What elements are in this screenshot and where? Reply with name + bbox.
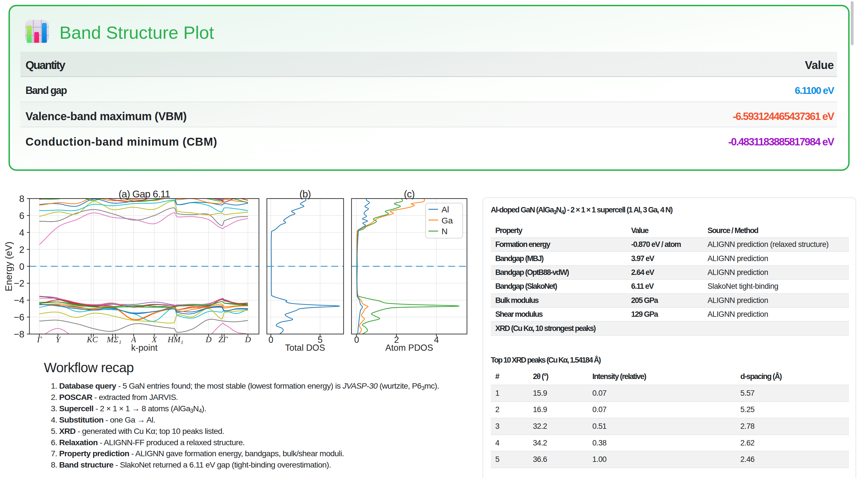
svg-text:N: N bbox=[441, 227, 448, 236]
svg-text:4: 4 bbox=[19, 227, 24, 238]
svg-text:(b): (b) bbox=[300, 188, 311, 199]
svg-text:−6: −6 bbox=[13, 312, 24, 322]
svg-text:Energy (eV): Energy (eV) bbox=[3, 242, 14, 291]
svg-text:ZΓ: ZΓ bbox=[218, 335, 228, 344]
svg-text:8: 8 bbox=[19, 193, 24, 204]
svg-text:Atom PDOS: Atom PDOS bbox=[385, 343, 433, 353]
svg-text:Ga: Ga bbox=[441, 216, 453, 225]
svg-text:0: 0 bbox=[268, 335, 273, 345]
svg-text:Γ: Γ bbox=[37, 335, 42, 344]
svg-text:6: 6 bbox=[19, 211, 24, 221]
svg-text:2: 2 bbox=[19, 244, 24, 255]
svg-text:−2: −2 bbox=[13, 278, 24, 288]
svg-text:0: 0 bbox=[354, 335, 359, 345]
svg-text:MΣ₁: MΣ₁ bbox=[106, 335, 121, 344]
svg-text:−8: −8 bbox=[13, 329, 24, 340]
svg-text:0: 0 bbox=[19, 261, 24, 272]
svg-text:HM₁: HM₁ bbox=[167, 335, 183, 344]
svg-text:(c): (c) bbox=[404, 188, 414, 199]
svg-text:4: 4 bbox=[434, 335, 439, 345]
svg-text:−4: −4 bbox=[13, 295, 24, 306]
svg-text:KC: KC bbox=[87, 335, 98, 344]
svg-text:Al: Al bbox=[441, 205, 449, 214]
svg-text:k-point: k-point bbox=[131, 343, 157, 353]
svg-text:(a) Gap 6.11: (a) Gap 6.11 bbox=[119, 188, 170, 199]
svg-text:D: D bbox=[206, 335, 212, 344]
svg-text:Total DOS: Total DOS bbox=[285, 343, 325, 353]
svg-text:Y: Y bbox=[56, 335, 61, 344]
svg-text:D: D bbox=[245, 335, 251, 344]
